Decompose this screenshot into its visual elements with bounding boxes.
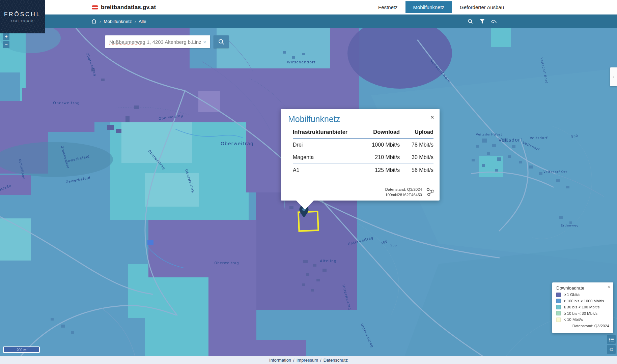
map-place-label: Veitsdorf <box>499 137 523 143</box>
provider-table: Infrastrukturanbieter Download Upload Dr… <box>293 129 433 176</box>
map-place-label: Aiteling <box>320 259 337 263</box>
header-download: Download <box>360 129 400 135</box>
map-place-label: Wirschendorf <box>287 60 316 64</box>
footer-separator: / <box>320 358 321 363</box>
download-rate-legend: Downloadrate × ≥ 1 Gbit/s≥ 100 bis < 100… <box>552 282 613 333</box>
header-bar: breitbandatlas.gv.at Festnetz Mobilfunkn… <box>0 0 617 14</box>
breadcrumb-separator: › <box>135 19 136 24</box>
copyright-icon: © <box>610 347 613 352</box>
map-place-label: Erdenweg <box>561 224 579 227</box>
legend-item: ≥ 30 bis < 100 Mbit/s <box>556 305 609 309</box>
close-icon[interactable]: × <box>608 284 610 290</box>
zoom-in-button[interactable]: + <box>3 33 9 40</box>
search-icon[interactable] <box>467 18 474 25</box>
legend-swatch-icon <box>556 311 561 315</box>
footer: Information / Impressum / Datenschutz <box>0 356 617 364</box>
legend-list-icon <box>609 337 614 342</box>
popup-table-body: Drei1000 Mbit/s78 Mbit/sMagenta210 Mbit/… <box>293 139 433 176</box>
nav-icon-group <box>467 14 497 28</box>
download-cell: 125 Mbit/s <box>360 167 400 173</box>
map-place-label: Soo <box>390 244 397 247</box>
tab-festnetz[interactable]: Festnetz <box>370 0 405 14</box>
nav-bar: › Mobilfunknetz › Alle <box>0 14 617 28</box>
brand[interactable]: breitbandatlas.gv.at <box>92 0 156 14</box>
map-place-label: Oberweitrag <box>53 101 80 105</box>
logo-title: FRÔSCHL <box>4 11 41 18</box>
download-cell: 210 Mbit/s <box>360 154 400 160</box>
legend-swatch-icon <box>556 317 561 322</box>
froeschl-logo: FRÔSCHL real estate <box>0 0 45 33</box>
map-place-label: Oberweitrag <box>214 261 239 265</box>
table-row: Magenta210 Mbit/s30 Mbit/s <box>293 151 433 164</box>
logo-subtitle: real estate <box>11 19 34 23</box>
table-header-row: Infrastrukturanbieter Download Upload <box>293 129 433 139</box>
search-submit-button[interactable] <box>214 35 229 48</box>
breadcrumb-separator: › <box>100 19 101 24</box>
legend-label: < 10 Mbit/s <box>564 317 583 322</box>
breitbandatlas-app: WirschendorfOberweitragOberweitragOberwe… <box>0 0 617 364</box>
forest-area <box>0 142 113 177</box>
attribution-button[interactable]: © <box>607 345 616 354</box>
map-place-label: Oberweitrag <box>221 141 254 146</box>
datenstand-label: Datenstand: Q3/2024 <box>385 187 422 192</box>
legend-item: ≥ 100 bis < 1000 Mbit/s <box>556 299 609 303</box>
popup-meta: Datenstand: Q3/2024 100mN28162E46450 <box>385 187 422 198</box>
map-place-label: Veitsdorf-West <box>476 133 502 136</box>
header-upload: Upload <box>400 129 433 135</box>
zoom-out-button[interactable]: − <box>3 41 9 48</box>
legend-items: ≥ 1 Gbit/s≥ 100 bis < 1000 Mbit/s≥ 30 bi… <box>556 293 609 322</box>
address-search: Nußbaumerweg 1, 4203 Altenberg b.Linz × <box>105 35 229 48</box>
breadcrumb-alle[interactable]: Alle <box>139 19 146 24</box>
provider-cell: A1 <box>293 167 360 173</box>
magnifier-icon <box>218 38 225 45</box>
legend-toggle-button[interactable] <box>607 335 616 344</box>
breadcrumb-mobilfunknetz[interactable]: Mobilfunknetz <box>104 19 132 24</box>
footer-separator: / <box>293 358 295 363</box>
filter-icon[interactable] <box>479 18 485 25</box>
map-place-label: Veitsdorf <box>530 136 548 140</box>
share-graph-icon[interactable] <box>425 187 436 197</box>
tab-gefoerderter-ausbau[interactable]: Geförderter Ausbau <box>452 0 512 14</box>
table-row: A1125 Mbit/s56 Mbit/s <box>293 164 433 176</box>
upload-cell: 30 Mbit/s <box>400 154 433 160</box>
mobilfunknetz-popup: Mobilfunknetz × Infrastrukturanbieter Do… <box>281 109 440 201</box>
legend-item: ≥ 10 bis < 30 Mbit/s <box>556 311 609 315</box>
search-value: Nußbaumerweg 1, 4203 Altenberg b.Linz <box>109 39 202 45</box>
legend-label: ≥ 30 bis < 100 Mbit/s <box>564 305 599 309</box>
popup-title: Mobilfunknetz <box>288 114 433 124</box>
upload-cell: 78 Mbit/s <box>400 142 433 148</box>
map-scale-bar: 200 m <box>3 346 40 353</box>
legend-datenstand: Datenstand: Q3/2024 <box>556 324 609 328</box>
water-body <box>147 240 153 245</box>
legend-item: < 10 Mbit/s <box>556 317 609 322</box>
legend-label: ≥ 1 Gbit/s <box>564 293 580 297</box>
provider-cell: Drei <box>293 142 360 148</box>
sign-language-icon[interactable] <box>490 18 497 25</box>
provider-cell: Magenta <box>293 154 360 160</box>
upload-cell: 56 Mbit/s <box>400 167 433 173</box>
map-place-label: Veitsdorf Ort <box>543 170 567 174</box>
footer-link-information[interactable]: Information <box>269 358 291 363</box>
panel-collapse-handle[interactable]: ‹ <box>610 67 617 86</box>
search-input[interactable]: Nußbaumerweg 1, 4203 Altenberg b.Linz × <box>105 35 210 48</box>
grid-cell-id: 100mN28162E46450 <box>385 192 422 198</box>
footer-link-datenschutz[interactable]: Datenschutz <box>324 358 348 363</box>
main-tabs: Festnetz Mobilfunknetz Geförderter Ausba… <box>370 0 512 14</box>
legend-swatch-icon <box>556 299 561 303</box>
download-cell: 1000 Mbit/s <box>360 142 400 148</box>
clear-search-icon[interactable]: × <box>202 39 207 45</box>
tab-mobilfunknetz[interactable]: Mobilfunknetz <box>405 1 452 13</box>
legend-title: Downloadrate <box>556 285 609 291</box>
scale-label: 200 m <box>17 348 26 352</box>
footer-link-impressum[interactable]: Impressum <box>297 358 318 363</box>
table-row: Drei1000 Mbit/s78 Mbit/s <box>293 139 433 151</box>
home-icon[interactable] <box>91 19 97 24</box>
brand-name: breitbandatlas.gv.at <box>101 4 156 11</box>
legend-swatch-icon <box>556 305 561 309</box>
legend-swatch-icon <box>556 293 561 297</box>
close-icon[interactable]: × <box>430 114 434 121</box>
breadcrumb: › Mobilfunknetz › Alle <box>91 14 146 28</box>
legend-label: ≥ 100 bis < 1000 Mbit/s <box>564 299 604 303</box>
legend-item: ≥ 1 Gbit/s <box>556 293 609 297</box>
header-infrastrukturanbieter: Infrastrukturanbieter <box>293 129 360 135</box>
